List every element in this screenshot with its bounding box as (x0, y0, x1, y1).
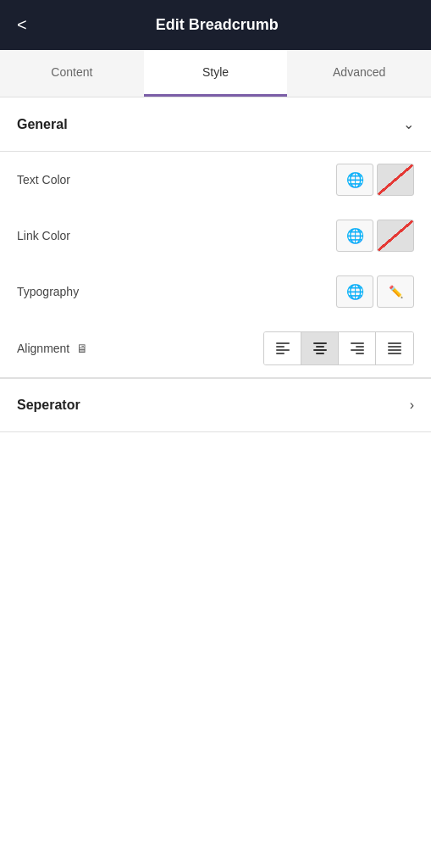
typography-label: Typography (17, 285, 79, 298)
svg-rect-3 (276, 353, 285, 354)
align-center-button[interactable]: Center (301, 332, 339, 364)
link-color-label: Link Color (17, 229, 70, 242)
separator-section-header[interactable]: Seperator › (0, 378, 431, 431)
svg-rect-6 (313, 349, 327, 351)
svg-rect-15 (388, 353, 401, 354)
svg-rect-8 (351, 342, 364, 344)
globe-icon: 🌐 (346, 227, 364, 245)
text-color-row: Text Color 🌐 (0, 152, 431, 208)
svg-rect-4 (313, 342, 327, 344)
alignment-label: Alignment (17, 342, 69, 355)
alignment-label-group: Alignment 🖥 (17, 342, 88, 355)
panel: < Edit Breadcrumb Content Style Advanced… (0, 0, 431, 868)
link-color-swatch[interactable] (377, 220, 414, 252)
general-section-title: General (17, 117, 68, 132)
tabs-bar: Content Style Advanced (0, 50, 431, 97)
tab-advanced[interactable]: Advanced (287, 50, 431, 97)
text-color-global-button[interactable]: 🌐 (336, 164, 373, 196)
divider-3 (0, 431, 431, 432)
svg-rect-11 (356, 353, 364, 354)
general-section-header[interactable]: General ⌄ (0, 97, 431, 151)
typography-global-button[interactable]: 🌐 (336, 275, 373, 308)
svg-rect-5 (316, 346, 324, 348)
align-justify-button[interactable] (376, 332, 413, 364)
svg-rect-1 (276, 346, 285, 348)
monitor-icon: 🖥 (76, 342, 88, 355)
tab-style[interactable]: Style (144, 50, 288, 97)
globe-icon: 🌐 (346, 283, 364, 301)
svg-rect-13 (388, 346, 401, 348)
separator-section-title: Seperator (17, 398, 80, 413)
align-left-button[interactable] (264, 332, 301, 364)
align-right-button[interactable] (339, 332, 376, 364)
chevron-right-icon: › (410, 398, 414, 413)
svg-rect-12 (388, 342, 401, 344)
link-color-row: Link Color 🌐 (0, 208, 431, 264)
typography-row: Typography 🌐 ✏️ (0, 264, 431, 320)
text-color-label: Text Color (17, 173, 70, 186)
text-color-swatch[interactable] (377, 164, 414, 196)
pencil-icon: ✏️ (389, 285, 403, 298)
svg-rect-2 (276, 349, 290, 351)
alignment-row: Alignment 🖥 (0, 320, 431, 377)
typography-edit-button[interactable]: ✏️ (377, 275, 414, 308)
alignment-buttons: Center (263, 331, 414, 365)
svg-rect-7 (316, 353, 324, 354)
svg-rect-9 (356, 346, 364, 348)
link-color-controls: 🌐 (336, 220, 414, 252)
header: < Edit Breadcrumb (0, 0, 431, 50)
back-button[interactable]: < (17, 15, 27, 35)
globe-icon: 🌐 (346, 171, 364, 189)
content-area: General ⌄ Text Color 🌐 Link Color 🌐 (0, 97, 431, 868)
svg-rect-14 (388, 349, 401, 351)
tab-content[interactable]: Content (0, 50, 144, 97)
svg-rect-10 (351, 349, 364, 351)
chevron-down-icon: ⌄ (403, 116, 414, 132)
page-title: Edit Breadcrumb (37, 16, 397, 34)
svg-rect-0 (276, 342, 290, 344)
text-color-controls: 🌐 (336, 164, 414, 196)
typography-controls: 🌐 ✏️ (336, 275, 414, 308)
link-color-global-button[interactable]: 🌐 (336, 220, 373, 252)
